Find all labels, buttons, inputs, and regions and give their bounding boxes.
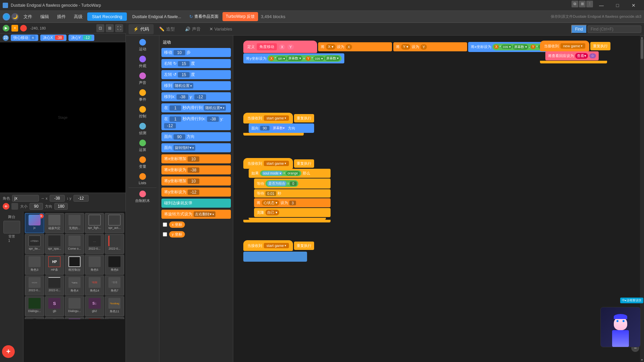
sprite-husen[interactable]: 磁森判定 [45,213,64,233]
face-dir-input[interactable] [174,134,185,140]
set-x-input[interactable] [188,167,199,173]
turbowarp-badge[interactable]: TurboWarp 反馈 [222,12,258,21]
hat-start-game-2[interactable]: 当接收到 start game ▾ [243,158,293,169]
show-btn[interactable] [11,203,18,210]
sprite-2022-1[interactable]: … 2022-0... [85,234,104,254]
repeat-do-1[interactable]: 重复执行 [590,42,610,50]
find-input[interactable] [588,25,641,33]
category-motion[interactable]: 运动 [126,37,159,54]
set-y-rotation-block[interactable]: 将y坐标设为 X * sin ▾ 屏幕数 ▾ + Y * cos ▾ 屏幕数 ▾ [243,53,344,63]
block-glide-xy[interactable]: 在 秒内滑行到x: y: [161,114,231,130]
sprite-dialogue1[interactable]: Dialogu... [25,296,44,316]
sprite-char3[interactable]: 角色3 [25,255,44,275]
set-var-y-block[interactable]: 将 Y ▾ 设为 Y [393,42,467,51]
title-bar-menu[interactable]: ⋮ [586,1,593,7]
close-button[interactable]: ✕ [626,1,641,10]
category-looks[interactable]: 外观 [126,54,159,70]
sprite-char11[interactable]: *foodbag 角色11 [105,296,124,316]
sprite-frame[interactable]: 框控制台 [65,255,84,275]
glide-secs2-input[interactable] [169,116,181,122]
wait-val[interactable] [290,182,297,186]
heart-val[interactable] [289,201,296,205]
sprite-hp[interactable]: HP HP条 [45,255,64,275]
glide-y-input[interactable] [164,123,176,128]
block-change-y[interactable]: 将y坐标增加 [161,176,231,186]
block-face-target[interactable]: 面向 旋转指针▾ [161,143,231,152]
move-steps-input[interactable] [174,50,185,55]
dark-mode-toggle[interactable]: 🌙 [11,13,19,20]
glide-secs-input[interactable] [169,105,181,111]
goto-x-input[interactable] [177,94,188,100]
pause-button[interactable]: ⏸ [11,25,18,32]
rotation-style-dropdown[interactable]: 左右翻转▾ [194,211,215,217]
clone-self-block[interactable]: 克隆 自己 ▾ [254,208,331,217]
event-name-new[interactable]: new game ▾ [560,43,585,49]
scroll-thumb[interactable] [641,39,643,59]
backdrop-thumbnail[interactable] [3,221,20,234]
sprite-spr-fight[interactable]: spr_figh... [85,213,104,233]
set-var-x-block[interactable]: 将 X ▾ 设为 X [318,42,392,51]
block-set-rotation[interactable]: 将旋转方式设为 左右翻转▾ [161,210,231,219]
glide-x-input[interactable] [207,116,219,122]
y-checkbox[interactable] [163,232,167,237]
stage-theater-btn[interactable]: ⛶ [115,24,123,32]
if-soul-mode[interactable]: 如果 soul mode ▾ = orange 那么 [249,169,331,178]
sprite-2022-3[interactable]: <<>> 2022-0... [25,275,44,296]
green-flag-button[interactable]: ▶ [3,25,9,32]
wait-secs-input[interactable] [265,191,276,196]
block-bounce-edges[interactable]: 碰到边缘就反弹 [161,199,231,208]
define-block[interactable]: 定义 角度移动 X Y [243,41,317,53]
tab-variables[interactable]: ✕ Variables [206,24,236,34]
sprite-spr-act[interactable]: spr_act... [105,213,124,233]
project-tab[interactable]: Dusttale Endgoal A flawle... [128,13,185,21]
sprite-spr-item[interactable]: <ITEM> spr_ite... [25,234,44,254]
change-y-input[interactable] [188,178,199,184]
category-operators[interactable]: 运算 [126,138,159,154]
change-x-input[interactable] [188,156,199,162]
tab-costume[interactable]: ✏️ 造型 [154,24,180,34]
sprite-name-input[interactable] [12,195,39,202]
glide-target-dropdown[interactable]: 随机位置▾ [204,105,226,111]
view-page-btn[interactable]: ↻ 查看作品页面 [187,12,221,21]
size-input[interactable] [30,203,43,210]
sprite-gb2[interactable]: S↕ gb2 [85,296,104,316]
sprite-y-input[interactable] [73,195,89,202]
title-bar-icon2[interactable]: ⊞ [579,1,586,7]
sprite-come-on[interactable]: Come o... [65,234,84,254]
sprite-char5[interactable]: 角色5 [85,255,104,275]
sprite-font[interactable]: 字 字符 [65,317,84,319]
x-checkbox[interactable] [163,222,167,227]
hat-start-game-1[interactable]: 当接收到 start game ▾ [243,113,293,123]
coord-y-block[interactable]: 决心Y -12 [68,35,94,41]
stage-label[interactable]: 舞台 [8,214,15,219]
block-goto-random[interactable]: 移到 随机位置 [161,81,231,90]
hat-start-game-3[interactable]: 当接收到 start game ▾ [243,240,293,251]
block-change-x[interactable]: 将x坐标增加 [161,154,231,163]
coord-x-block[interactable]: 决心X -38 [40,35,66,41]
event-name-1[interactable]: start game ▾ [264,115,289,121]
sprite-2022-4[interactable]: 2022-0... [45,275,64,296]
sprite-gb[interactable]: S gb [45,296,64,316]
sprite-dialogue2[interactable]: Dialogu... [65,296,84,316]
event-name-3[interactable]: start game ▾ [264,243,289,248]
stage-fullscreen-btn[interactable]: ⊞ [106,24,114,32]
block-goto-xy[interactable]: 移到x: y: [161,92,231,101]
sprite-spr-spa[interactable]: spr_spa... [45,234,64,254]
sprite-char6[interactable]: 角色6 [105,255,124,275]
block-set-y[interactable]: 将y坐标设为 [161,188,231,197]
menu-edit[interactable]: 编辑 [37,12,52,21]
stage-expand-btn[interactable]: ⊡ [96,24,104,32]
heartbeat-block[interactable]: 快心移动 n [11,35,38,41]
add-sprite-button[interactable]: + [2,345,15,358]
block-glide-random[interactable]: 在 秒内滑行到 随机位置▾ [161,103,231,112]
repeat-forever-1[interactable]: 重复执行 [294,114,314,122]
find-button[interactable]: Find [571,25,587,34]
sprite-x-input[interactable] [50,195,65,202]
turn-right-input[interactable] [178,61,190,66]
category-events[interactable]: 事件 [126,87,159,104]
sprite-char-red[interactable]: 角 [105,317,124,319]
face-dir-input-ws[interactable] [260,126,269,131]
visibility-toggle[interactable]: 👁 [3,203,9,210]
wait-until-block[interactable]: 等待 是否为组合 = [254,178,331,189]
stop-button[interactable] [20,25,27,32]
